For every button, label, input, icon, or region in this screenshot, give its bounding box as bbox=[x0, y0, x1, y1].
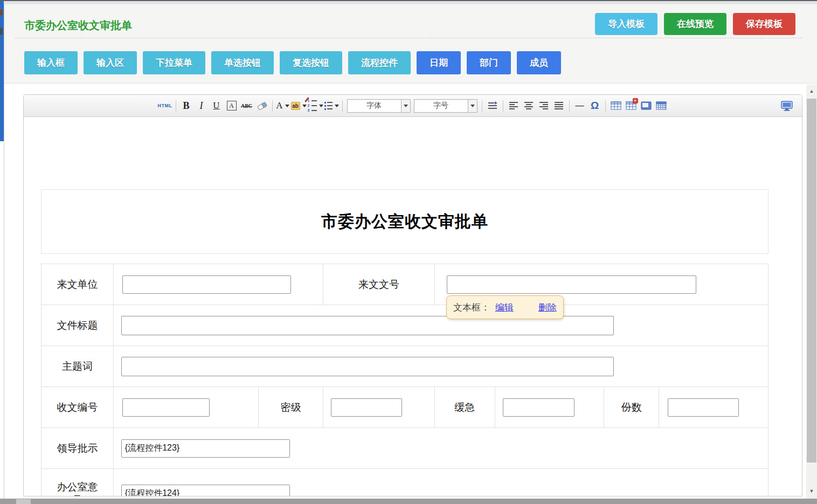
horizontal-rule-icon: — bbox=[576, 101, 584, 111]
doc-number-input[interactable] bbox=[447, 275, 696, 294]
font-family-dropdown-button[interactable] bbox=[401, 100, 410, 112]
underline-button[interactable]: U bbox=[210, 99, 224, 113]
chevron-down-icon bbox=[302, 105, 307, 107]
font-color-icon: A bbox=[276, 100, 282, 111]
italic-button[interactable]: I bbox=[195, 99, 209, 113]
input-cell bbox=[113, 469, 768, 496]
office-opinion-input[interactable] bbox=[121, 485, 290, 497]
italic-icon: I bbox=[200, 100, 203, 112]
underline-icon: U bbox=[213, 100, 219, 111]
widget-button-radio[interactable]: 单选按钮 bbox=[211, 51, 274, 74]
table-row: 来文单位 来文文号 bbox=[41, 264, 768, 305]
background-artifact bbox=[0, 28, 3, 34]
window-bottom-block bbox=[16, 499, 31, 504]
widget-tooltip: 文本框： 编辑 删除 bbox=[446, 295, 564, 319]
bold-button[interactable]: B bbox=[179, 99, 193, 113]
tooltip-delete-link[interactable]: 删除 bbox=[538, 301, 557, 314]
input-cell bbox=[323, 387, 434, 427]
chevron-down-icon bbox=[404, 105, 408, 107]
fullscreen-button[interactable] bbox=[780, 99, 794, 113]
online-preview-button[interactable]: 在线预览 bbox=[664, 13, 726, 35]
ordered-list-button[interactable]: 1 2 3 bbox=[308, 99, 323, 113]
editor-document[interactable]: 市委办公室收文审批单 来文单位 来文文号 bbox=[24, 117, 802, 496]
char-border-icon: A bbox=[227, 101, 237, 111]
special-char-button[interactable]: Ω bbox=[588, 99, 602, 113]
input-cell bbox=[113, 346, 768, 386]
field-label: 领导批示 bbox=[57, 442, 98, 455]
secret-level-input[interactable] bbox=[331, 398, 402, 417]
label-cell: 来文文号 bbox=[323, 264, 434, 305]
source-unit-input[interactable] bbox=[122, 275, 291, 294]
align-left-button[interactable] bbox=[507, 99, 521, 113]
header-panel: 市委办公室收文审批单 导入模板 在线预览 保存模板 输入框 输入区 下拉菜单 单… bbox=[4, 4, 817, 84]
save-template-button[interactable]: 保存模板 bbox=[733, 13, 795, 35]
font-color-button[interactable]: A bbox=[276, 99, 290, 113]
unordered-list-button[interactable] bbox=[324, 99, 339, 113]
form-table: 来文单位 来文文号 文件标题 bbox=[41, 264, 768, 496]
table-cells-button[interactable] bbox=[654, 99, 668, 113]
widget-button-department[interactable]: 部门 bbox=[467, 51, 511, 74]
strikethrough-button[interactable]: ABC bbox=[240, 99, 254, 113]
widget-button-date[interactable]: 日期 bbox=[417, 51, 461, 74]
font-family-select[interactable]: 字体 bbox=[347, 99, 411, 113]
list-number: 2 bbox=[308, 104, 310, 107]
tooltip-edit-link[interactable]: 编辑 bbox=[495, 301, 514, 314]
input-cell bbox=[113, 264, 323, 305]
scrollbar-up-arrow[interactable]: ▲ bbox=[806, 86, 817, 96]
ordered-list-icon: 1 2 3 bbox=[308, 99, 317, 112]
remove-format-button[interactable] bbox=[255, 99, 269, 113]
indent-button[interactable] bbox=[486, 99, 500, 113]
leader-comments-input[interactable] bbox=[121, 439, 290, 458]
align-justify-button[interactable] bbox=[552, 99, 566, 113]
highlight-color-button[interactable]: ab bbox=[291, 99, 307, 113]
scrollbar-thumb[interactable] bbox=[807, 99, 816, 462]
widget-button-checkbox[interactable]: 复选按钮 bbox=[280, 51, 342, 74]
label-cell: 密级 bbox=[258, 387, 323, 427]
align-right-button[interactable] bbox=[537, 99, 551, 113]
field-label: 来文文号 bbox=[358, 278, 399, 291]
align-center-button[interactable] bbox=[522, 99, 536, 113]
widget-button-dropdown[interactable]: 下拉菜单 bbox=[143, 51, 205, 74]
urgency-input[interactable] bbox=[503, 398, 574, 417]
font-size-select[interactable]: 字号 bbox=[414, 99, 477, 113]
vertical-scrollbar[interactable]: ▲ ▼ bbox=[806, 85, 817, 499]
widget-button-member[interactable]: 成员 bbox=[517, 51, 561, 74]
font-size-dropdown-button[interactable] bbox=[468, 100, 477, 112]
field-label: 主题词 bbox=[62, 360, 93, 373]
widget-button-input-area[interactable]: 输入区 bbox=[84, 51, 137, 74]
label-cell: 主题词 bbox=[41, 346, 113, 386]
field-label: 密级 bbox=[281, 401, 301, 414]
form-title: 市委办公室收文审批单 bbox=[321, 211, 488, 233]
align-center-icon bbox=[524, 101, 534, 110]
dashed-divider bbox=[15, 38, 802, 38]
copies-input[interactable] bbox=[668, 398, 739, 417]
page-title: 市委办公室收文审批单 bbox=[24, 18, 132, 33]
editor-toolbar: HTML B I U A ABC bbox=[24, 95, 802, 117]
field-label: 办公室意见 bbox=[54, 481, 100, 497]
char-border-button[interactable]: A bbox=[225, 99, 239, 113]
widget-button-input-box[interactable]: 输入框 bbox=[24, 51, 78, 74]
table-properties-button[interactable] bbox=[639, 99, 653, 113]
align-justify-icon bbox=[554, 101, 564, 110]
insert-table-button[interactable] bbox=[609, 99, 623, 113]
table-properties-icon bbox=[641, 101, 652, 110]
scrollbar-down-arrow[interactable]: ▼ bbox=[806, 486, 817, 496]
receipt-number-input[interactable] bbox=[122, 398, 210, 417]
label-cell: 文件标题 bbox=[41, 305, 113, 346]
keywords-input[interactable] bbox=[121, 357, 614, 376]
form-title-box: 市委办公室收文审批单 bbox=[41, 189, 768, 254]
table-row: 领导批示 bbox=[41, 427, 768, 468]
input-cell bbox=[113, 428, 768, 468]
widget-button-flow-control[interactable]: 流程控件 bbox=[348, 51, 411, 74]
html-source-button[interactable]: HTML bbox=[158, 99, 172, 113]
delete-table-button[interactable]: × bbox=[624, 99, 638, 113]
tooltip-label: 文本框： bbox=[453, 301, 490, 314]
horizontal-rule-button[interactable]: — bbox=[573, 99, 587, 113]
strikethrough-icon: ABC bbox=[241, 103, 252, 109]
import-template-button[interactable]: 导入模板 bbox=[595, 13, 657, 35]
window-bottom-band bbox=[0, 499, 817, 504]
chevron-down-icon bbox=[319, 105, 323, 107]
toolbar-separator bbox=[482, 100, 482, 112]
chevron-down-icon bbox=[470, 105, 475, 107]
indent-icon bbox=[488, 101, 497, 110]
